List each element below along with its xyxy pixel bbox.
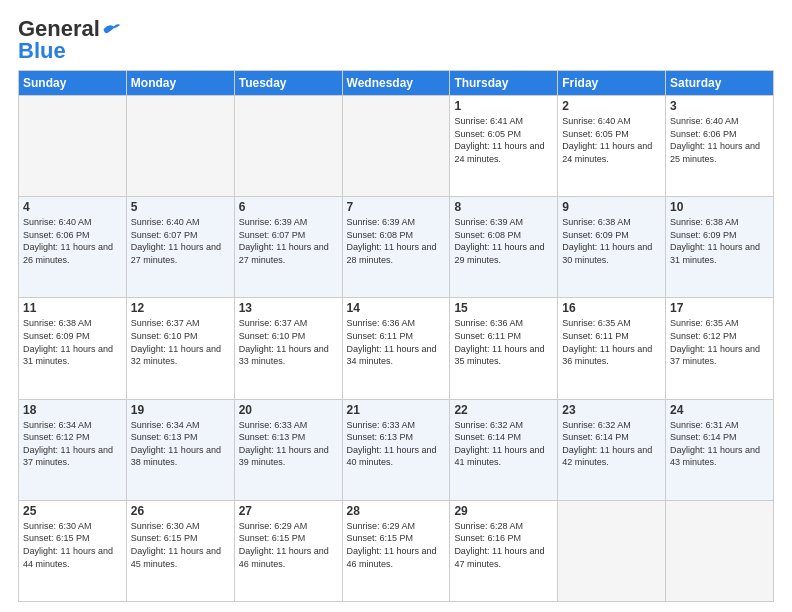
day-number: 28 (347, 504, 446, 518)
day-number: 10 (670, 200, 769, 214)
calendar-cell (342, 96, 450, 197)
day-number: 22 (454, 403, 553, 417)
day-info: Sunrise: 6:32 AM Sunset: 6:14 PM Dayligh… (562, 419, 661, 469)
calendar-cell: 26Sunrise: 6:30 AM Sunset: 6:15 PM Dayli… (126, 500, 234, 601)
day-number: 5 (131, 200, 230, 214)
day-info: Sunrise: 6:29 AM Sunset: 6:15 PM Dayligh… (347, 520, 446, 570)
calendar-cell (19, 96, 127, 197)
calendar-page: General Blue SundayMondayTuesdayWednesda… (0, 0, 792, 612)
day-number: 16 (562, 301, 661, 315)
day-info: Sunrise: 6:37 AM Sunset: 6:10 PM Dayligh… (131, 317, 230, 367)
day-number: 24 (670, 403, 769, 417)
calendar-cell: 25Sunrise: 6:30 AM Sunset: 6:15 PM Dayli… (19, 500, 127, 601)
day-number: 25 (23, 504, 122, 518)
col-header-saturday: Saturday (666, 71, 774, 96)
calendar-cell: 20Sunrise: 6:33 AM Sunset: 6:13 PM Dayli… (234, 399, 342, 500)
calendar-cell: 28Sunrise: 6:29 AM Sunset: 6:15 PM Dayli… (342, 500, 450, 601)
calendar-cell: 22Sunrise: 6:32 AM Sunset: 6:14 PM Dayli… (450, 399, 558, 500)
calendar-cell: 7Sunrise: 6:39 AM Sunset: 6:08 PM Daylig… (342, 197, 450, 298)
day-info: Sunrise: 6:39 AM Sunset: 6:08 PM Dayligh… (454, 216, 553, 266)
day-info: Sunrise: 6:37 AM Sunset: 6:10 PM Dayligh… (239, 317, 338, 367)
day-number: 26 (131, 504, 230, 518)
day-number: 8 (454, 200, 553, 214)
calendar-cell: 12Sunrise: 6:37 AM Sunset: 6:10 PM Dayli… (126, 298, 234, 399)
calendar-cell: 10Sunrise: 6:38 AM Sunset: 6:09 PM Dayli… (666, 197, 774, 298)
calendar-cell: 4Sunrise: 6:40 AM Sunset: 6:06 PM Daylig… (19, 197, 127, 298)
day-number: 9 (562, 200, 661, 214)
calendar-cell: 9Sunrise: 6:38 AM Sunset: 6:09 PM Daylig… (558, 197, 666, 298)
day-info: Sunrise: 6:31 AM Sunset: 6:14 PM Dayligh… (670, 419, 769, 469)
calendar-cell: 16Sunrise: 6:35 AM Sunset: 6:11 PM Dayli… (558, 298, 666, 399)
day-number: 11 (23, 301, 122, 315)
calendar-cell: 24Sunrise: 6:31 AM Sunset: 6:14 PM Dayli… (666, 399, 774, 500)
day-info: Sunrise: 6:32 AM Sunset: 6:14 PM Dayligh… (454, 419, 553, 469)
col-header-thursday: Thursday (450, 71, 558, 96)
logo-bird-icon (102, 21, 122, 37)
calendar-cell: 23Sunrise: 6:32 AM Sunset: 6:14 PM Dayli… (558, 399, 666, 500)
calendar-cell: 1Sunrise: 6:41 AM Sunset: 6:05 PM Daylig… (450, 96, 558, 197)
day-info: Sunrise: 6:35 AM Sunset: 6:11 PM Dayligh… (562, 317, 661, 367)
day-info: Sunrise: 6:38 AM Sunset: 6:09 PM Dayligh… (562, 216, 661, 266)
day-number: 20 (239, 403, 338, 417)
day-info: Sunrise: 6:38 AM Sunset: 6:09 PM Dayligh… (23, 317, 122, 367)
calendar-cell: 29Sunrise: 6:28 AM Sunset: 6:16 PM Dayli… (450, 500, 558, 601)
day-number: 17 (670, 301, 769, 315)
day-number: 12 (131, 301, 230, 315)
day-number: 14 (347, 301, 446, 315)
calendar-cell (234, 96, 342, 197)
day-info: Sunrise: 6:39 AM Sunset: 6:07 PM Dayligh… (239, 216, 338, 266)
day-info: Sunrise: 6:36 AM Sunset: 6:11 PM Dayligh… (454, 317, 553, 367)
calendar-cell: 8Sunrise: 6:39 AM Sunset: 6:08 PM Daylig… (450, 197, 558, 298)
day-number: 15 (454, 301, 553, 315)
day-info: Sunrise: 6:30 AM Sunset: 6:15 PM Dayligh… (131, 520, 230, 570)
header-row: SundayMondayTuesdayWednesdayThursdayFrid… (19, 71, 774, 96)
day-info: Sunrise: 6:29 AM Sunset: 6:15 PM Dayligh… (239, 520, 338, 570)
col-header-monday: Monday (126, 71, 234, 96)
calendar-cell (558, 500, 666, 601)
day-number: 2 (562, 99, 661, 113)
calendar-cell: 6Sunrise: 6:39 AM Sunset: 6:07 PM Daylig… (234, 197, 342, 298)
week-row-2: 4Sunrise: 6:40 AM Sunset: 6:06 PM Daylig… (19, 197, 774, 298)
day-info: Sunrise: 6:33 AM Sunset: 6:13 PM Dayligh… (239, 419, 338, 469)
day-number: 1 (454, 99, 553, 113)
day-info: Sunrise: 6:40 AM Sunset: 6:07 PM Dayligh… (131, 216, 230, 266)
calendar-cell: 3Sunrise: 6:40 AM Sunset: 6:06 PM Daylig… (666, 96, 774, 197)
calendar-cell: 15Sunrise: 6:36 AM Sunset: 6:11 PM Dayli… (450, 298, 558, 399)
logo: General Blue (18, 18, 122, 62)
day-info: Sunrise: 6:34 AM Sunset: 6:13 PM Dayligh… (131, 419, 230, 469)
calendar-cell: 19Sunrise: 6:34 AM Sunset: 6:13 PM Dayli… (126, 399, 234, 500)
calendar-cell: 5Sunrise: 6:40 AM Sunset: 6:07 PM Daylig… (126, 197, 234, 298)
day-info: Sunrise: 6:35 AM Sunset: 6:12 PM Dayligh… (670, 317, 769, 367)
week-row-3: 11Sunrise: 6:38 AM Sunset: 6:09 PM Dayli… (19, 298, 774, 399)
calendar-cell: 2Sunrise: 6:40 AM Sunset: 6:05 PM Daylig… (558, 96, 666, 197)
week-row-1: 1Sunrise: 6:41 AM Sunset: 6:05 PM Daylig… (19, 96, 774, 197)
day-number: 19 (131, 403, 230, 417)
day-number: 18 (23, 403, 122, 417)
col-header-sunday: Sunday (19, 71, 127, 96)
day-number: 4 (23, 200, 122, 214)
day-info: Sunrise: 6:38 AM Sunset: 6:09 PM Dayligh… (670, 216, 769, 266)
col-header-friday: Friday (558, 71, 666, 96)
week-row-4: 18Sunrise: 6:34 AM Sunset: 6:12 PM Dayli… (19, 399, 774, 500)
col-header-tuesday: Tuesday (234, 71, 342, 96)
day-info: Sunrise: 6:28 AM Sunset: 6:16 PM Dayligh… (454, 520, 553, 570)
col-header-wednesday: Wednesday (342, 71, 450, 96)
day-info: Sunrise: 6:39 AM Sunset: 6:08 PM Dayligh… (347, 216, 446, 266)
calendar-cell: 27Sunrise: 6:29 AM Sunset: 6:15 PM Dayli… (234, 500, 342, 601)
day-number: 13 (239, 301, 338, 315)
day-info: Sunrise: 6:30 AM Sunset: 6:15 PM Dayligh… (23, 520, 122, 570)
calendar-cell: 13Sunrise: 6:37 AM Sunset: 6:10 PM Dayli… (234, 298, 342, 399)
calendar-cell (666, 500, 774, 601)
day-info: Sunrise: 6:40 AM Sunset: 6:05 PM Dayligh… (562, 115, 661, 165)
logo-blue: Blue (18, 40, 66, 62)
header: General Blue (18, 18, 774, 62)
day-number: 23 (562, 403, 661, 417)
day-number: 21 (347, 403, 446, 417)
day-info: Sunrise: 6:41 AM Sunset: 6:05 PM Dayligh… (454, 115, 553, 165)
calendar-cell: 21Sunrise: 6:33 AM Sunset: 6:13 PM Dayli… (342, 399, 450, 500)
day-info: Sunrise: 6:36 AM Sunset: 6:11 PM Dayligh… (347, 317, 446, 367)
day-info: Sunrise: 6:40 AM Sunset: 6:06 PM Dayligh… (670, 115, 769, 165)
day-info: Sunrise: 6:33 AM Sunset: 6:13 PM Dayligh… (347, 419, 446, 469)
calendar-cell: 18Sunrise: 6:34 AM Sunset: 6:12 PM Dayli… (19, 399, 127, 500)
logo-text: General (18, 18, 100, 40)
